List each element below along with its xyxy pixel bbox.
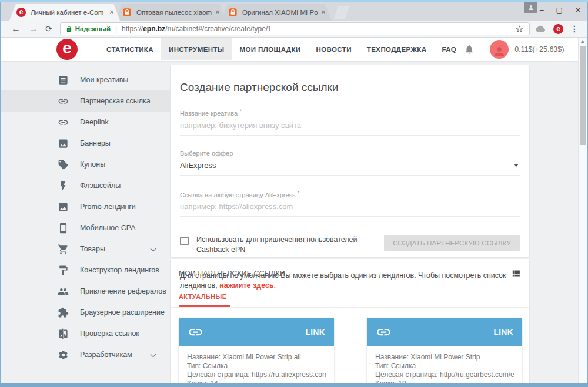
flash-bolt-icon — [58, 180, 69, 191]
sidebar-item-label: Баннеры — [80, 139, 111, 147]
sidebar-item-developers[interactable]: Разработчикам — [1, 344, 171, 365]
required-asterisk: * — [298, 190, 300, 196]
link-icon — [188, 324, 203, 340]
nav-statistics[interactable]: СТАТИСТИКА — [99, 38, 161, 60]
notifications-bell-icon[interactable] — [464, 44, 475, 55]
sidebar-item-label: Deeplink — [80, 118, 109, 126]
sidebar-item-label: Привлечение рефералов — [80, 287, 166, 295]
nav-faq[interactable]: FAQ — [434, 38, 464, 60]
sidebar-item-deeplink[interactable]: Deeplink — [1, 112, 171, 133]
sidebar-item-browser-extension[interactable]: Браузерное расширение — [1, 302, 171, 323]
browser-tab-aliexpress[interactable]: Оптовая пылесос xiaom ✕ — [115, 4, 226, 21]
sidebar-item-link-checker[interactable]: Проверка ссылок — [1, 323, 171, 344]
tab-close-icon[interactable]: ✕ — [213, 9, 222, 15]
sidebar-item-mobile-cpa[interactable]: Мобильное CPA — [1, 217, 171, 238]
sidebar-item-flashsales[interactable]: Флэшсейлы — [1, 175, 171, 196]
link-card[interactable]: LINK Название: Xiaomi Mi Power Strip ali… — [179, 318, 334, 383]
sidebar-item-label: Флэшсейлы — [80, 181, 121, 190]
link-type-badge: LINK — [494, 328, 514, 336]
people-icon — [58, 286, 69, 297]
reload-button[interactable]: ⟳ — [45, 24, 52, 33]
minimize-button[interactable]: – — [540, 4, 544, 16]
target-url-input[interactable]: например: https://aliexpress.com — [180, 202, 520, 217]
link-icon — [376, 324, 392, 340]
sidebar-item-referrals[interactable]: Привлечение рефералов — [1, 281, 171, 302]
nav-my-platforms[interactable]: МОИ ПЛОЩАДКИ — [232, 38, 309, 60]
new-tab-button[interactable] — [334, 6, 349, 19]
tab-title: Личный кабинет e-Com — [31, 9, 107, 16]
links-tab-row: АКТУАЛЬНЫЕ — [171, 291, 529, 308]
browser-tab-xiaomi[interactable]: Оригинал XIAOMI MI Po ✕ — [221, 4, 332, 21]
tab-title: Оптовая пылесос xiaom — [136, 9, 213, 16]
sidebar-item-label: Товары — [80, 245, 105, 253]
browser-tab-epn[interactable]: e Личный кабинет e-Com ✕ — [9, 4, 120, 21]
tab-indicator — [179, 305, 230, 307]
offer-select[interactable]: AliExpress — [180, 161, 520, 176]
link-icon — [58, 117, 69, 128]
security-chip[interactable]: Надежный — [75, 25, 111, 32]
scrollbar-up-arrow-icon[interactable] — [579, 38, 587, 45]
sidebar-item-label: Мои креативы — [80, 76, 128, 84]
sidebar-item-banners[interactable]: Баннеры — [1, 133, 171, 154]
browser-scrollbar[interactable] — [578, 38, 587, 383]
tab-actual[interactable]: АКТУАЛЬНЫЕ — [179, 293, 230, 307]
sidebar-item-affiliate-link[interactable]: Партнерская ссылка — [1, 90, 171, 112]
epn-extension-icon[interactable]: e — [553, 24, 563, 34]
sidebar-item-promo-landings[interactable]: Promo-лендинги — [1, 196, 171, 217]
user-avatar[interactable] — [490, 40, 509, 59]
browser-menu-icon[interactable]: ⋮ — [570, 24, 579, 33]
sidebar-item-landing-builder[interactable]: Конструктор лендингов — [1, 260, 171, 281]
epn-logo[interactable]: e — [56, 39, 78, 60]
nav-news[interactable]: НОВОСТИ — [309, 38, 359, 60]
window-frame-bottom — [0, 383, 588, 387]
sidebar-item-label: Promo-лендинги — [80, 203, 136, 211]
sidebar-item-coupons[interactable]: Купоны — [1, 154, 171, 175]
close-button[interactable]: ✕ — [575, 4, 581, 16]
target-url-field: Ссылка на любую страницу AliExpress * на… — [179, 190, 521, 217]
nav-support[interactable]: ТЕХПОДДЕРЖКА — [359, 38, 435, 60]
header-right: 0.11$(+25.63$) RU — [464, 40, 578, 59]
bookmark-star-icon[interactable] — [515, 25, 524, 33]
scrollbar-thumb[interactable] — [580, 46, 586, 145]
image-icon — [58, 201, 69, 213]
sidebar: Мои креативы Партнерская ссылка Deeplink… — [1, 62, 171, 382]
creative-name-field: Название креатива * например: бижутерия … — [179, 108, 521, 136]
address-bar[interactable]: Надежный | https://epn.bz/ru/cabinet#/cr… — [60, 22, 530, 35]
nav-tools[interactable]: ИНСТРУМЕНТЫ — [161, 38, 232, 60]
smartphone-icon — [58, 223, 69, 234]
field-label: Название креатива * — [180, 108, 520, 117]
offer-field: Выберите оффер AliExpress — [179, 150, 521, 176]
sidebar-item-label: Конструктор лендингов — [80, 266, 159, 274]
account-balance[interactable]: 0.11$(+25.63$) — [514, 45, 564, 53]
cashback-checkbox-label[interactable]: Использовать для привлечения пользовател… — [196, 235, 384, 255]
extension-icon[interactable] — [536, 24, 545, 33]
coupon-icon — [58, 159, 69, 170]
forward-button[interactable]: → — [29, 24, 38, 33]
card-line-type: Тип: Ссылка — [375, 362, 514, 371]
card-line-type: Тип: Ссылка — [187, 362, 326, 371]
card-line-name: Название: Xiaomi Mi Power Strip — [375, 353, 514, 362]
image-icon — [58, 138, 69, 149]
link-card-body: Название: Xiaomi Mi Power Strip ali Тип:… — [179, 346, 334, 383]
link-card[interactable]: LINK Название: Xiaomi Mi Power Strip Тип… — [367, 318, 522, 383]
browser-profile-button[interactable] — [524, 2, 537, 13]
create-link-panel: Создание партнерской ссылки Название кре… — [171, 65, 529, 257]
maximize-button[interactable]: ▢ — [556, 4, 563, 16]
back-button[interactable]: ← — [11, 24, 21, 33]
cashback-checkbox[interactable] — [180, 237, 189, 245]
card-line-target: Целевая страница: https://ru.aliexpress.… — [187, 371, 326, 379]
main-nav: СТАТИСТИКА ИНСТРУМЕНТЫ МОИ ПЛОЩАДКИ НОВО… — [99, 38, 464, 60]
tab-strip: e Личный кабинет e-Com ✕ Оптовая пылесос… — [1, 2, 587, 21]
creative-name-input[interactable]: например: бижутерия внизу сайта — [180, 121, 520, 136]
tab-close-icon[interactable]: ✕ — [107, 9, 116, 15]
sidebar-item-products[interactable]: Товары — [1, 238, 171, 260]
page-title: Создание партнерской ссылки — [180, 81, 521, 94]
window-frame-top — [0, 0, 588, 2]
link-type-badge: LINK — [306, 328, 326, 336]
tab-close-icon[interactable]: ✕ — [319, 9, 328, 15]
view-list-icon[interactable] — [511, 268, 521, 278]
landing-note-link[interactable]: нажмите здесь — [219, 281, 273, 290]
sidebar-item-my-creatives[interactable]: Мои креативы — [1, 69, 171, 90]
create-link-button[interactable]: СОЗДАТЬ ПАРТНЕРСКУЮ ССЫЛКУ — [384, 235, 520, 251]
page-content: Мои креативы Партнерская ссылка Deeplink… — [1, 62, 578, 382]
